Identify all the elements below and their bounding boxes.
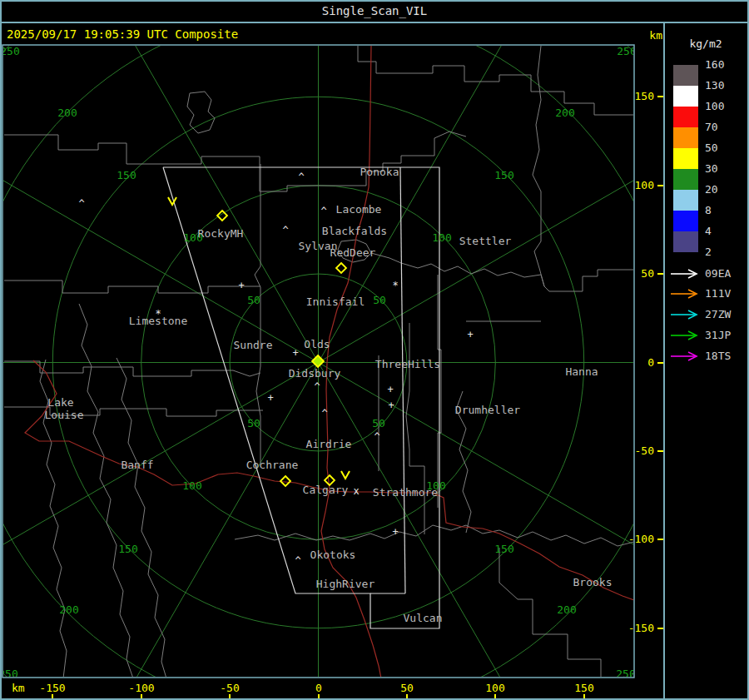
point-marker-plus: + — [392, 526, 398, 538]
city-label: Sundre — [234, 339, 273, 351]
ring-distance-label: 200 — [557, 603, 576, 616]
city-label: Olds — [304, 338, 330, 350]
map-canvas[interactable]: 5050505010010010010015015015015020020020… — [0, 0, 749, 700]
county-boundary-line — [235, 525, 634, 546]
storm-cell-diamond-marker — [336, 263, 346, 273]
city-label: ThreeHills — [375, 358, 440, 370]
city-label: Banff — [121, 459, 153, 471]
radial-line — [86, 363, 319, 700]
right-axis-tick-label: -50 — [635, 444, 654, 457]
map-layers: 5050505010010010010015015015015020020020… — [0, 0, 749, 700]
ring-distance-label: 200 — [57, 107, 77, 119]
ring-distance-label: 50 — [372, 417, 385, 429]
legend-unit-label: kg/m2 — [681, 37, 731, 50]
county-boundary-line — [79, 304, 133, 678]
bottom-axis-tick-label: 150 — [574, 682, 593, 694]
point-marker-plus: + — [267, 392, 273, 404]
city-label: Hanna — [565, 365, 598, 378]
county-boundary-line — [4, 280, 260, 293]
point-marker-plus: + — [467, 329, 473, 340]
ring-distance-label: 150 — [118, 543, 137, 555]
point-marker-caret: ^ — [295, 555, 300, 567]
city-label: Blackfalds — [322, 225, 387, 237]
bottom-axis-tick-label: 100 — [485, 682, 504, 694]
ring-distance-label: 100 — [432, 231, 451, 244]
county-boundary-line — [187, 92, 215, 133]
point-marker-caret: ^ — [374, 431, 379, 443]
ring-distance-label: 50 — [247, 294, 260, 306]
city-label: Ponoka — [360, 166, 399, 178]
city-label: Stettler — [459, 235, 512, 247]
city-label: RockyMH — [198, 227, 244, 240]
point-marker-caret: ^ — [282, 225, 288, 236]
right-axis-tick-label: 50 — [641, 267, 654, 280]
county-boundary-line — [4, 135, 260, 164]
city-label: Louise — [45, 409, 84, 421]
radial-line — [319, 130, 722, 363]
bottom-axis-tick-label: 50 — [400, 682, 414, 694]
right-axis-unit-label: km — [632, 29, 662, 42]
bottom-axis-unit-label: km — [12, 682, 25, 694]
bottom-axis-tick-label: 0 — [315, 682, 322, 694]
county-boundary-line — [260, 132, 466, 191]
right-axis-tick-label: 150 — [635, 90, 654, 102]
point-marker-plus: + — [388, 400, 394, 411]
highway-line — [25, 360, 634, 600]
storm-cell-diamond-marker — [280, 476, 290, 486]
right-axis-tick-label: -150 — [628, 622, 654, 634]
ring-distance-label: 200 — [555, 107, 574, 119]
point-marker-caret: ^ — [314, 381, 320, 393]
range-ring — [0, 0, 749, 700]
city-label: Vulcan — [404, 612, 443, 624]
point-marker-star: * — [155, 308, 161, 320]
storm-vector-arrow — [341, 471, 350, 479]
city-label: Drumheller — [455, 404, 520, 416]
county-boundary-line — [544, 270, 634, 291]
city-label: Okotoks — [310, 549, 356, 561]
right-axis-tick-label: 0 — [647, 356, 654, 369]
ring-distance-label: 50 — [373, 294, 386, 306]
ring-distance-label: 150 — [117, 169, 136, 181]
point-marker-caret: ^ — [320, 206, 326, 217]
ring-distance-label: 200 — [59, 603, 78, 616]
city-label: Strathmore — [373, 486, 438, 499]
city-label: Lacombe — [336, 203, 382, 216]
city-label: Cochrane — [246, 459, 299, 471]
ring-distance-label: 250 — [0, 45, 19, 57]
title-bar: Single_Scan_VIL — [0, 0, 749, 23]
county-boundary-line — [499, 548, 601, 678]
ring-distance-label: 100 — [182, 479, 201, 492]
city-label: RedDeer — [330, 246, 376, 259]
point-marker-caret: ^ — [298, 171, 304, 183]
ring-distance-label: 50 — [247, 417, 260, 429]
city-label: Lake — [47, 396, 73, 409]
county-boundary-line — [406, 323, 424, 534]
right-axis-tick-label: -100 — [628, 533, 654, 545]
point-marker-star: * — [392, 280, 398, 291]
county-boundary-line — [117, 358, 166, 678]
point-marker-caret: ^ — [78, 198, 84, 210]
ring-distance-label: 250 — [617, 45, 636, 57]
point-marker-x: x — [353, 485, 359, 497]
radial-line — [319, 0, 552, 363]
city-label: Calgary — [303, 484, 349, 496]
ring-distance-label: 150 — [494, 543, 513, 555]
bottom-axis-tick-label: -50 — [220, 682, 239, 694]
point-marker-plus: + — [292, 347, 298, 359]
window-title: Single_Scan_VIL — [322, 4, 427, 17]
bottom-axis-tick-label: -100 — [128, 682, 154, 694]
scan-coverage-outline — [400, 167, 405, 593]
city-label: Airdrie — [306, 438, 352, 450]
ring-distance-label: 150 — [494, 169, 513, 181]
city-label: HighRiver — [316, 578, 375, 590]
point-marker-caret: ^ — [321, 408, 327, 420]
scan-timestamp: 2025/09/17 19:05:39 UTC Composite — [7, 27, 238, 41]
bottom-axis-tick-label: -150 — [39, 682, 65, 694]
city-label: Brooks — [573, 576, 613, 588]
point-marker-plus: + — [238, 280, 244, 291]
city-label: Didsbury — [289, 367, 341, 380]
right-axis-tick-label: 100 — [635, 179, 654, 191]
radar-app-window: 5050505010010010010015015015015020020020… — [0, 0, 749, 700]
window-frame-border — [1, 1, 748, 699]
city-label: Innisfail — [306, 295, 365, 308]
